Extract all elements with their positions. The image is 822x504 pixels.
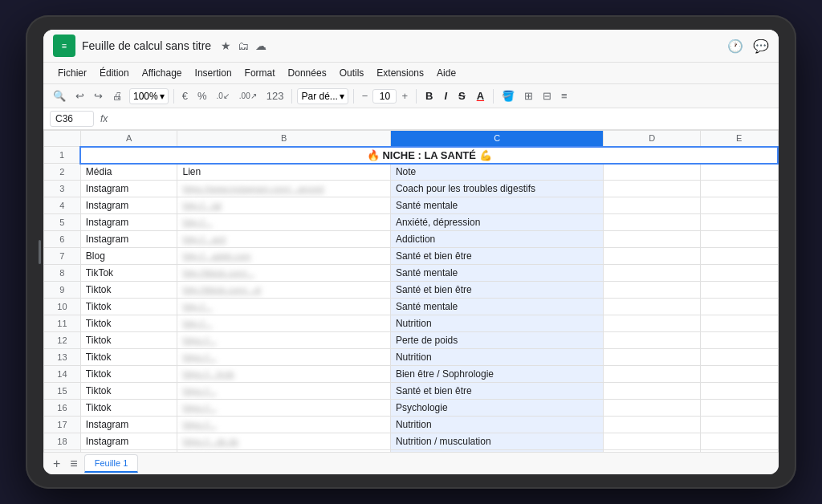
cell-d[interactable] bbox=[604, 366, 701, 383]
cell-d[interactable] bbox=[604, 197, 701, 214]
cell-reference-input[interactable] bbox=[50, 111, 94, 127]
cell-a[interactable]: Tiktok bbox=[80, 282, 177, 299]
cell-b[interactable]: http://...tal bbox=[177, 197, 390, 214]
cell-d[interactable] bbox=[604, 181, 701, 197]
col-header-d[interactable]: D bbox=[604, 131, 701, 147]
cell-c[interactable]: Anxiété, dépression bbox=[390, 214, 603, 231]
cell-b[interactable]: http://tiktok.com/...el bbox=[177, 282, 390, 299]
cell-b[interactable]: http://...adeb.com bbox=[177, 248, 390, 265]
cell-c[interactable]: Nutrition bbox=[390, 315, 603, 332]
print-icon[interactable]: 🖨 bbox=[109, 87, 126, 104]
merge-icon[interactable]: ⊟ bbox=[539, 87, 555, 104]
cell-c[interactable]: Coach pour les troubles digestifs bbox=[390, 181, 603, 197]
cell-b[interactable]: https://... bbox=[177, 383, 390, 400]
formula-input[interactable] bbox=[114, 113, 772, 124]
cell-e[interactable] bbox=[700, 299, 778, 315]
cell-a[interactable]: Tiktok bbox=[80, 299, 177, 315]
cell-e[interactable] bbox=[700, 315, 778, 332]
currency-icon[interactable]: € bbox=[179, 87, 191, 104]
borders-icon[interactable]: ⊞ bbox=[521, 87, 536, 104]
menu-format[interactable]: Format bbox=[240, 65, 280, 81]
cell-e[interactable] bbox=[700, 400, 778, 417]
search-toolbar-icon[interactable]: 🔍 bbox=[50, 87, 69, 104]
folder-icon[interactable]: 🗂 bbox=[238, 39, 249, 52]
cell-e[interactable] bbox=[700, 383, 778, 400]
cell-e[interactable] bbox=[700, 349, 778, 366]
font-dropdown[interactable]: Par dé... ▾ bbox=[297, 88, 348, 104]
cell-d[interactable] bbox=[604, 282, 701, 299]
add-sheet-button[interactable]: + bbox=[50, 457, 63, 471]
strikethrough-button[interactable]: S bbox=[454, 88, 470, 104]
cell-c[interactable]: Nutrition bbox=[390, 417, 603, 433]
cell-b[interactable]: https://www.instagram.com/...ancest bbox=[177, 181, 390, 197]
font-size-input[interactable] bbox=[372, 89, 397, 104]
cell-d[interactable] bbox=[604, 417, 701, 433]
cell-e[interactable] bbox=[700, 366, 778, 383]
cell-c[interactable]: Santé et bien être bbox=[390, 282, 603, 299]
cell-c2[interactable]: Note bbox=[390, 164, 603, 181]
niche-header-cell[interactable]: 🔥 NICHE : LA SANTÉ 💪 bbox=[80, 147, 778, 164]
redo-icon[interactable]: ↪ bbox=[91, 87, 106, 104]
cell-b[interactable]: http://tiktok.com/... bbox=[177, 265, 390, 282]
cell-e[interactable] bbox=[700, 450, 778, 453]
cell-c[interactable]: Psychologie bbox=[390, 400, 603, 417]
menu-edition[interactable]: Édition bbox=[95, 65, 134, 81]
col-header-e[interactable]: E bbox=[700, 131, 778, 147]
dec-increase-icon[interactable]: .00↗ bbox=[236, 89, 260, 103]
cell-a[interactable]: Tiktok bbox=[80, 349, 177, 366]
percent-icon[interactable]: % bbox=[194, 87, 210, 104]
col-header-c[interactable]: C bbox=[390, 131, 603, 147]
cell-a[interactable]: Instagram bbox=[80, 231, 177, 248]
cell-b[interactable]: https://... bbox=[177, 400, 390, 417]
col-header-a[interactable]: A bbox=[80, 131, 177, 147]
cell-b[interactable]: https://...de.de bbox=[177, 433, 390, 450]
cell-d[interactable] bbox=[604, 383, 701, 400]
cell-e[interactable] bbox=[700, 231, 778, 248]
cell-e[interactable] bbox=[700, 433, 778, 450]
cell-a[interactable]: Tiktok bbox=[80, 315, 177, 332]
menu-aide[interactable]: Aide bbox=[432, 65, 461, 81]
cell-a[interactable]: Instagram bbox=[80, 181, 177, 197]
cell-b[interactable]: https://... bbox=[177, 417, 390, 433]
menu-insertion[interactable]: Insertion bbox=[190, 65, 237, 81]
cell-b[interactable]: https://...com bbox=[177, 450, 390, 453]
text-color-button[interactable]: A bbox=[473, 88, 488, 104]
bold-button[interactable]: B bbox=[421, 88, 437, 104]
cell-c[interactable]: Nutrition bbox=[390, 349, 603, 366]
cell-d[interactable] bbox=[604, 248, 701, 265]
menu-affichage[interactable]: Affichage bbox=[137, 65, 187, 81]
cell-d[interactable] bbox=[604, 299, 701, 315]
menu-fichier[interactable]: Fichier bbox=[53, 65, 92, 81]
cell-b[interactable]: http://... bbox=[177, 299, 390, 315]
cell-e[interactable] bbox=[700, 282, 778, 299]
cell-c[interactable]: Addiction bbox=[390, 231, 603, 248]
cell-e[interactable] bbox=[700, 181, 778, 197]
cell-a[interactable]: Tiktok bbox=[80, 366, 177, 383]
cell-e2[interactable] bbox=[700, 164, 778, 181]
cell-c[interactable]: Santé mentale bbox=[390, 197, 603, 214]
cell-d[interactable] bbox=[604, 400, 701, 417]
cell-a[interactable]: Blog bbox=[80, 450, 177, 453]
cell-d2[interactable] bbox=[604, 164, 701, 181]
sheet-tab-1[interactable]: Feuille 1 bbox=[84, 454, 139, 473]
cell-a[interactable]: Tiktok bbox=[80, 400, 177, 417]
cell-b[interactable]: https://... bbox=[177, 349, 390, 366]
cell-c[interactable]: Nutrition / musculation bbox=[390, 433, 603, 450]
cell-e[interactable] bbox=[700, 197, 778, 214]
cell-a[interactable]: Tiktok bbox=[80, 332, 177, 349]
cell-b[interactable]: https://... bbox=[177, 332, 390, 349]
cell-b[interactable]: http://...acti bbox=[177, 231, 390, 248]
cell-d[interactable] bbox=[604, 433, 701, 450]
sheet-menu-icon[interactable]: ≡ bbox=[67, 457, 80, 471]
col-header-b[interactable]: B bbox=[177, 131, 390, 147]
cloud-icon[interactable]: ☁ bbox=[255, 39, 267, 52]
cell-c[interactable]: Perte de poids bbox=[390, 332, 603, 349]
undo-icon[interactable]: ↩ bbox=[72, 87, 87, 104]
cell-a[interactable]: Instagram bbox=[80, 417, 177, 433]
chat-icon[interactable]: 💬 bbox=[753, 39, 769, 54]
menu-outils[interactable]: Outils bbox=[335, 65, 369, 81]
zoom-dropdown[interactable]: 100% ▾ bbox=[129, 88, 169, 104]
history-icon[interactable]: 🕐 bbox=[727, 39, 743, 54]
cell-e[interactable] bbox=[700, 265, 778, 282]
cell-b[interactable]: http://... bbox=[177, 315, 390, 332]
